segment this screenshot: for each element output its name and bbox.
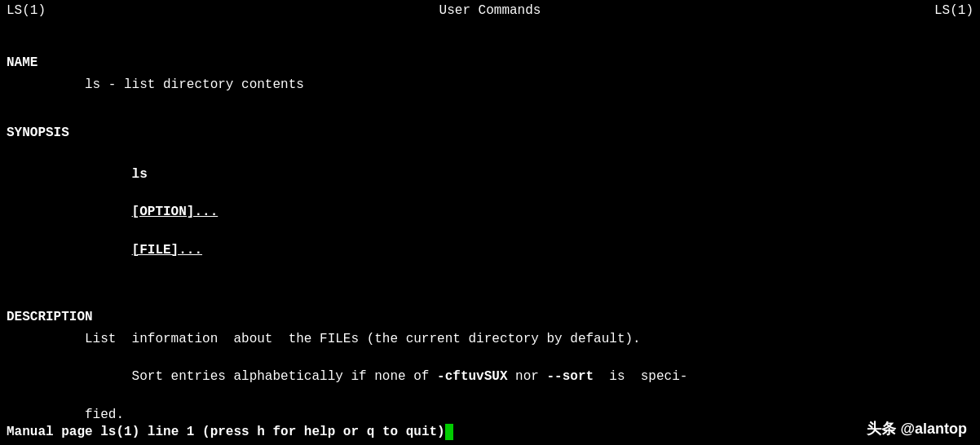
section-name-label: NAME xyxy=(7,54,973,73)
header-left: LS(1) xyxy=(7,3,46,18)
synopsis-content: ls [OPTION]... [FILE]... xyxy=(7,147,973,279)
header-right: LS(1) xyxy=(934,3,973,18)
watermark: 头条 @alantop xyxy=(867,419,967,438)
section-synopsis-label: SYNOPSIS xyxy=(7,124,973,143)
status-text: Manual page ls(1) line 1 (press h for he… xyxy=(7,425,445,439)
synopsis-option: [OPTION]... xyxy=(132,205,219,219)
status-bar: Manual page ls(1) line 1 (press h for he… xyxy=(0,419,980,445)
desc-sort-option: --sort xyxy=(547,369,594,384)
description-line3: fied. xyxy=(7,406,973,419)
blank-spacer-3 xyxy=(7,279,973,295)
synopsis-command: ls xyxy=(132,167,148,182)
desc-line2-pre: Sort entries alphabetically if none of xyxy=(132,369,437,384)
name-content: ls - list directory contents xyxy=(7,76,973,95)
description-line2: Sort entries alphabetically if none of -… xyxy=(7,349,973,406)
blank-spacer-2 xyxy=(7,95,973,111)
desc-line2-mid: nor xyxy=(508,369,547,384)
terminal-window: LS(1) User Commands LS(1) NAME ls - list… xyxy=(0,0,980,445)
manpage-header: LS(1) User Commands LS(1) xyxy=(7,3,973,18)
desc-line2-post: is speci- xyxy=(594,369,687,384)
section-description-label: DESCRIPTION xyxy=(7,308,973,327)
synopsis-file: [FILE]... xyxy=(132,243,202,258)
synopsis-space2 xyxy=(132,223,140,238)
cursor xyxy=(445,424,453,440)
desc-sort-flags: -cftuvSUX xyxy=(437,369,507,384)
header-center: User Commands xyxy=(439,3,541,18)
blank-spacer xyxy=(7,24,973,41)
synopsis-space xyxy=(132,186,140,200)
description-line1: List information about the FILEs (the cu… xyxy=(7,330,973,349)
manpage-content: LS(1) User Commands LS(1) NAME ls - list… xyxy=(0,0,980,419)
